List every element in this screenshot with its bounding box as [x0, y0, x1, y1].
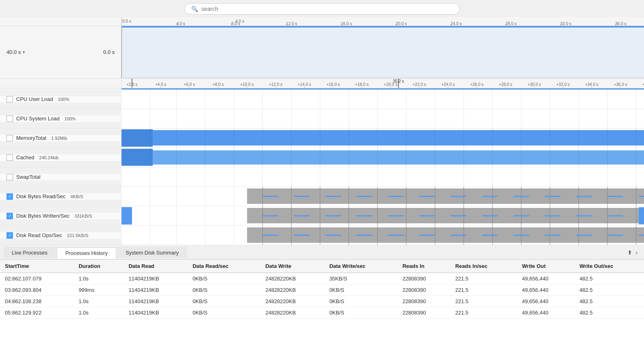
svg-text:+10.0 s: +10.0 s [240, 82, 254, 87]
svg-rect-214 [608, 215, 623, 216]
metrics-container: CPU User Load 100% [0, 90, 644, 245]
memory-total-value: 1.92Mib [51, 136, 67, 141]
search-input[interactable] [201, 6, 453, 12]
disk-bytes-read-checkbox[interactable]: ✓ [6, 193, 13, 200]
top-ruler: 0.0 s 4.0 s 4.0 s 8.0 s 12.0 s 16.0 s 20… [0, 17, 644, 26]
table-cell: 05:862.129.922 [0, 307, 74, 319]
svg-rect-216 [639, 207, 644, 224]
detail-ruler-left [0, 79, 122, 88]
col-header-duration: Duration [74, 260, 124, 273]
svg-rect-175 [357, 196, 373, 197]
table-cell: 482.5 [575, 285, 644, 296]
table-row: 05:862.129.9221.0s11404219KB0KB/S2482822… [0, 307, 644, 319]
svg-rect-209 [451, 215, 467, 216]
bottom-section: Live Processes Processes History System … [0, 245, 644, 353]
svg-text:4.0 s: 4.0 s [176, 21, 185, 26]
svg-text:+36.0 s: +36.0 s [614, 82, 627, 87]
tab-system-disk-summary-label: System Disk Summary [126, 250, 179, 256]
metric-row-disk-read-ops: ✓ Disk Read Ops/Sec 221.5KB/S [0, 226, 644, 245]
metric-row-cpu-user-load: CPU User Load 100% [0, 90, 644, 109]
svg-text:0.0 s: 0.0 s [122, 19, 131, 24]
svg-rect-212 [545, 215, 561, 216]
table-cell: 49,656,440 [517, 307, 575, 319]
svg-text:8.0 s: 8.0 s [231, 21, 240, 26]
disk-bytes-written-checkbox[interactable]: ✓ [6, 213, 13, 219]
table-header-row: StartTime Duration Data Read Data Read/s… [0, 260, 644, 273]
svg-text:35.2 s: 35.2 s [393, 79, 404, 83]
swap-total-checkbox[interactable] [6, 174, 13, 180]
svg-rect-179 [482, 196, 498, 197]
disk-read-ops-checkbox[interactable]: ✓ [6, 232, 13, 239]
checkmark-icon-3: ✓ [8, 233, 11, 237]
svg-text:12.0 s: 12.0 s [286, 21, 297, 26]
swap-total-chart [122, 167, 644, 186]
metric-row-disk-bytes-written: ✓ Disk Bytes Written/Sec 331KB/S [0, 206, 644, 226]
svg-text:+28.0 s: +28.0 s [499, 82, 512, 87]
metric-row-cached: Cached 245.24kib [0, 148, 644, 167]
table-cell: 0KB/S [324, 307, 398, 319]
table-cell: 482.5 [575, 296, 644, 307]
table-cell: 1.0s [74, 296, 124, 307]
svg-rect-184 [639, 196, 644, 197]
disk-bytes-written-value: 331KB/S [75, 214, 92, 218]
col-header-data-read: Data Read [124, 260, 188, 273]
svg-rect-206 [357, 215, 373, 216]
col-header-data-write: Data Write [260, 260, 324, 273]
disk-read-ops-value: 221.5KB/S [67, 233, 88, 238]
metric-label-cpu-user-load: CPU User Load 100% [0, 96, 122, 103]
cpu-system-load-checkbox[interactable] [6, 116, 13, 122]
svg-rect-247 [639, 235, 644, 236]
processes-table: StartTime Duration Data Read Data Read/s… [0, 260, 644, 319]
cached-checkbox[interactable] [6, 154, 13, 161]
memory-total-checkbox[interactable] [6, 135, 13, 141]
col-header-reads-in-sec: Reads In/sec [450, 260, 517, 273]
svg-rect-173 [294, 196, 310, 197]
overview-chart[interactable] [122, 26, 644, 78]
cpu-system-load-chart [122, 109, 644, 128]
top-ruler-left [0, 17, 122, 26]
col-header-reads-in: Reads In [398, 260, 450, 273]
tab-scroll-icon[interactable]: ⬆ [627, 249, 632, 256]
table-body: 02:862.107.0791.0s11404219KB0KB/S2482822… [0, 273, 644, 319]
table-cell: 35KB/S [324, 273, 398, 285]
table-cell: 221.5 [450, 285, 517, 296]
cpu-user-load-checkbox[interactable] [6, 96, 13, 103]
svg-rect-180 [514, 196, 529, 197]
tabs-container: Live Processes Processes History System … [0, 245, 644, 260]
table-cell: 22808390 [398, 273, 450, 285]
checkmark-icon-2: ✓ [8, 214, 11, 218]
table-cell: 49,656,440 [517, 285, 575, 296]
table-row: 04:862.108.2381.0s11404219KB0KB/S2482822… [0, 296, 644, 307]
swap-total-label: SwapTotal [16, 174, 41, 180]
table-cell: 221.5 [450, 296, 517, 307]
disk-bytes-written-label: Disk Bytes Written/Sec [16, 213, 70, 219]
cpu-user-load-value: 100% [58, 97, 69, 102]
metric-row-cpu-system-load: CPU System Load 100% [0, 109, 644, 128]
svg-text:20.0 s: 20.0 s [396, 21, 407, 26]
cpu-user-load-chart [122, 90, 644, 109]
tab-more-icon[interactable]: › [635, 249, 638, 256]
table-cell: 0KB/S [188, 296, 260, 307]
table-cell: 22808390 [398, 285, 450, 296]
svg-rect-240 [419, 235, 435, 236]
svg-rect-243 [514, 235, 529, 236]
tab-processes-history[interactable]: Processes History [57, 247, 116, 259]
detail-ruler: +2.0 s +4.0 s +6.0 s +8.0 s +10.0 s +12.… [0, 79, 644, 88]
col-header-data-write-sec: Data Write/sec [324, 260, 398, 273]
col-header-write-out: Write Out [517, 260, 575, 273]
disk-bytes-read-value: 4KB/S [70, 194, 83, 199]
tab-live-processes[interactable]: Live Processes [3, 247, 56, 258]
table-cell: 24828220KB [260, 296, 324, 307]
svg-rect-237 [325, 235, 341, 236]
tab-system-disk-summary[interactable]: System Disk Summary [117, 247, 187, 258]
table-cell: 11404219KB [124, 296, 188, 307]
cpu-system-load-value: 100% [64, 116, 76, 121]
metric-label-memory-total: MemoryTotal 1.92Mib [0, 135, 122, 141]
svg-text:+26.0 s: +26.0 s [470, 82, 484, 87]
table-cell: 0KB/S [188, 273, 260, 285]
table-cell: 482.5 [575, 273, 644, 285]
svg-rect-236 [294, 235, 310, 236]
svg-rect-204 [294, 215, 310, 216]
svg-rect-238 [357, 235, 373, 236]
disk-read-ops-label: Disk Read Ops/Sec [16, 232, 62, 238]
